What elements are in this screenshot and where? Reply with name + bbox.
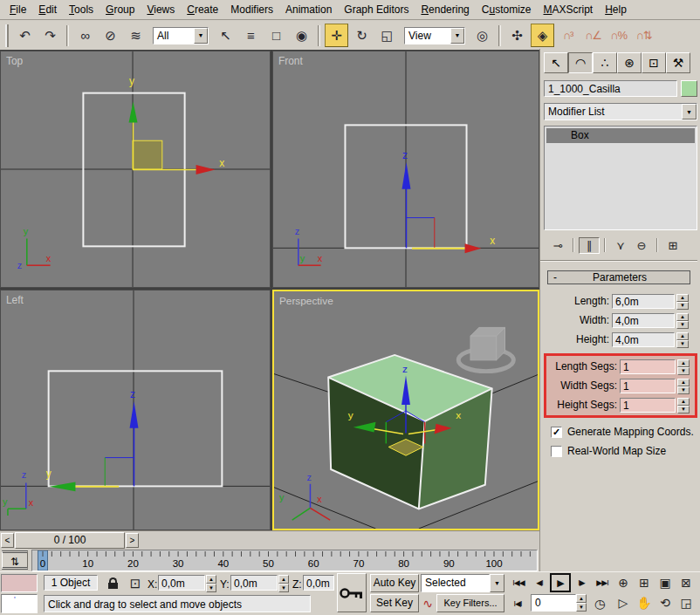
maxscript-mini-listener[interactable]: ' — [1, 594, 38, 613]
menu-group[interactable]: Group — [100, 1, 141, 18]
chevron-down-icon[interactable]: ▼ — [682, 104, 697, 120]
select-and-link-icon[interactable]: ∞ — [73, 24, 97, 47]
menu-graph-editors[interactable]: Graph Editors — [338, 1, 415, 18]
percent-snap-icon[interactable]: ∩% — [607, 24, 630, 47]
height-segs-spinner[interactable]: ▲▼ — [677, 398, 690, 413]
move-gizmo-y-arrow[interactable] — [50, 482, 76, 491]
macro-recorder-mini-listener[interactable] — [1, 574, 38, 592]
time-configuration-icon[interactable]: ◷ — [590, 595, 609, 612]
collapse-icon[interactable]: - — [548, 271, 562, 284]
redo-icon[interactable]: ↷ — [38, 24, 62, 47]
y-coordinate-field[interactable]: 0,0m — [230, 575, 278, 591]
real-world-map-size-checkbox[interactable] — [551, 446, 562, 457]
set-key-button[interactable]: Set Key — [370, 594, 419, 612]
use-pivot-point-center-icon[interactable]: ◎ — [470, 24, 494, 47]
undo-icon[interactable]: ↶ — [13, 24, 37, 47]
y-spinner[interactable]: ▲▼ — [278, 575, 289, 591]
menu-help[interactable]: Help — [599, 1, 633, 18]
select-and-move-icon[interactable]: ✛ — [325, 24, 348, 47]
time-slider-handle[interactable]: 0 / 100 — [15, 532, 125, 549]
absolute-mode-icon[interactable]: ⊡ — [127, 576, 143, 591]
show-end-result-icon[interactable]: ∥ — [579, 237, 600, 254]
viewport-left[interactable]: z y z y x Left — [0, 290, 271, 530]
width-field[interactable]: 4,0m — [612, 313, 675, 328]
select-by-name-icon[interactable]: ≡ — [239, 24, 263, 47]
chevron-down-icon[interactable]: ▼ — [450, 28, 464, 44]
auto-key-button[interactable]: Auto Key — [370, 574, 419, 592]
key-filters-button[interactable]: Key Filters... — [436, 594, 504, 612]
move-gizmo-z-arrow[interactable] — [402, 162, 411, 189]
min-max-toggle-button[interactable]: ◲ — [676, 594, 697, 612]
modifier-stack-item-box[interactable]: Box — [546, 128, 695, 143]
viewport-label[interactable]: Perspective — [279, 295, 333, 307]
viewport-top[interactable]: y x y z x Top — [0, 51, 271, 288]
height-field[interactable]: 4,0m — [612, 332, 675, 347]
frame-spinner[interactable]: ▲▼ — [576, 594, 587, 612]
move-gizmo-xy-plane[interactable] — [133, 140, 162, 169]
menu-modifiers[interactable]: Modifiers — [224, 1, 279, 18]
arc-rotate-button[interactable]: ⟲ — [655, 594, 676, 612]
default-in-out-tangents-icon[interactable]: ∿ — [421, 594, 435, 612]
box-wireframe[interactable] — [49, 371, 223, 486]
menu-customize[interactable]: Customize — [476, 1, 538, 18]
width-segs-field[interactable]: 1 — [620, 379, 676, 393]
current-frame-field[interactable]: 0 — [531, 594, 576, 612]
window-crossing-toggle-icon[interactable]: ◉ — [290, 24, 313, 47]
rectangular-selection-region-icon[interactable]: □ — [264, 24, 288, 47]
move-gizmo-x-arrow[interactable] — [465, 243, 482, 253]
go-to-end-button[interactable]: ▶▶Ι — [592, 574, 613, 591]
tab-display[interactable]: ⊡ — [642, 52, 666, 73]
x-coordinate-field[interactable]: 0,0m — [158, 575, 205, 591]
tab-utilities[interactable]: ⚒ — [666, 52, 690, 73]
next-frame-button[interactable]: Ι▶ — [573, 574, 590, 591]
viewport-label[interactable]: Front — [278, 55, 303, 67]
menu-views[interactable]: Views — [141, 1, 181, 18]
remove-modifier-icon[interactable]: ⊖ — [631, 237, 652, 254]
go-to-start-button[interactable]: Ι◀◀ — [508, 574, 529, 591]
length-spinner[interactable]: ▲▼ — [676, 294, 689, 309]
reference-coordinate-system-dropdown[interactable]: View▼ — [404, 27, 465, 44]
play-button[interactable]: ▶ — [550, 573, 571, 592]
select-and-scale-icon[interactable]: ◱ — [375, 24, 399, 47]
menu-edit[interactable]: Edit — [32, 1, 63, 18]
viewport-perspective[interactable]: z y x z y x Perspective — [272, 290, 539, 530]
x-spinner[interactable]: ▲▼ — [206, 575, 216, 591]
zoom-all-button[interactable]: ⊞ — [634, 574, 655, 591]
previous-frame-button[interactable]: ◀Ι — [531, 574, 548, 591]
zoom-extents-button[interactable]: ▣ — [655, 574, 676, 591]
toolbar-drag-handle[interactable] — [5, 24, 9, 47]
viewport-label[interactable]: Left — [6, 294, 24, 306]
unlink-selection-icon[interactable]: ⊘ — [99, 24, 122, 47]
pan-button[interactable]: ✋ — [634, 594, 655, 612]
select-and-rotate-icon[interactable]: ↻ — [350, 24, 374, 47]
key-mode-toggle-icon[interactable]: Ι◀Ι — [508, 596, 527, 612]
menu-maxscript[interactable]: MAXScript — [538, 1, 600, 18]
menu-create[interactable]: Create — [181, 1, 224, 18]
angle-snap-icon[interactable]: ∩∠ — [581, 24, 605, 47]
viewport-front[interactable]: z x z y x Front — [272, 51, 539, 288]
move-gizmo-x-arrow[interactable] — [196, 165, 216, 174]
menu-rendering[interactable]: Rendering — [415, 1, 475, 18]
zoom-extents-all-button[interactable]: ⊠ — [676, 574, 697, 591]
bind-to-space-warp-icon[interactable]: ≋ — [124, 24, 148, 47]
modifier-list-dropdown[interactable]: Modifier List ▼ — [544, 103, 697, 120]
next-frame-arrow[interactable]: > — [126, 533, 139, 548]
z-coordinate-field[interactable]: 0,0m — [303, 575, 334, 591]
move-gizmo-z-arrow[interactable] — [130, 401, 139, 428]
viewport-label[interactable]: Top — [6, 55, 24, 67]
spinner-snap-icon[interactable]: ∩⇅ — [632, 24, 655, 47]
width-spinner[interactable]: ▲▼ — [676, 313, 689, 328]
object-color-swatch[interactable] — [681, 80, 697, 97]
menu-tools[interactable]: Tools — [63, 1, 100, 18]
modifier-stack[interactable]: Box — [544, 126, 697, 230]
tab-motion[interactable]: ⊛ — [617, 52, 642, 73]
select-and-manipulate-icon[interactable]: ✣ — [505, 24, 529, 47]
tab-hierarchy[interactable]: ∴ — [593, 52, 617, 73]
tab-create[interactable]: ↖ — [544, 52, 568, 73]
object-name-field[interactable]: 1_1000_Casilla — [544, 80, 677, 97]
length-segs-field[interactable]: 1 — [620, 359, 676, 374]
mini-curve-editor-button[interactable]: ⇅ — [2, 550, 28, 570]
track-bar-ruler[interactable]: 0102030405060708090100 — [31, 550, 538, 571]
select-object-icon[interactable]: ↖ — [214, 24, 237, 47]
move-gizmo-y-arrow[interactable] — [129, 102, 138, 123]
